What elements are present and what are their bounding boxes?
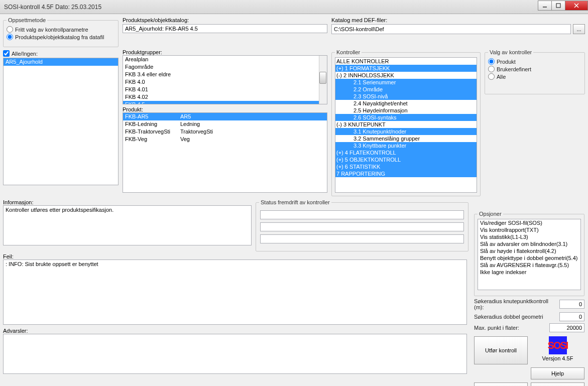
list-item[interactable]: 2.2 Område	[335, 86, 477, 93]
radio-valg-produkt[interactable]	[488, 58, 495, 65]
param2-input[interactable]	[559, 312, 584, 321]
versjon-label: Versjon 4.5F	[542, 355, 573, 361]
status-legend: Status fremdrift av kontroller	[259, 199, 331, 205]
list-item[interactable]: FKB 4.0	[123, 78, 327, 86]
hjelp-button[interactable]: Hjelp	[531, 367, 584, 379]
list-item[interactable]: 2.3 SOSI-nivå	[335, 93, 477, 100]
titlebar: SOSI-kontroll 4.5F Dato: 25.03.2015	[0, 0, 588, 14]
minimize-button[interactable]	[538, 1, 552, 11]
list-item[interactable]: 3.2 Sammenslåing grupper	[335, 135, 477, 142]
list-item[interactable]: 2.1 Serienummer	[335, 79, 477, 86]
alle-listbox[interactable]: AR5_Ajourhold	[3, 58, 119, 185]
valg-fieldset: Valg av kontroller Produkt Brukerdefiner…	[485, 49, 585, 94]
advarsler-label: Advarsler:	[3, 328, 467, 334]
list-item[interactable]: 2.5 Høydeinformasjon	[335, 107, 477, 114]
list-item[interactable]: Ikke lagre indekser	[478, 269, 580, 276]
list-item[interactable]: (+) 6 STATISTIKK	[335, 163, 477, 170]
list-item[interactable]: Vis kontrollrapport(TXT)	[478, 226, 580, 233]
list-item[interactable]: (+) 4 FLATEKONTROLL	[335, 149, 477, 156]
produktspek-input[interactable]	[123, 24, 327, 33]
feil-text: : INFO: Sist brukte oppsett er benyttet	[6, 261, 98, 267]
list-item[interactable]: Vis/rediger SOSI-fil(SOS)	[478, 219, 580, 226]
param1-label: Søkeradius knutepunktkontroll (m):	[474, 298, 557, 310]
list-item[interactable]: Slå av advarsler om blindnoder(3.1)	[478, 240, 580, 247]
list-item[interactable]: Vis statistikk(L1-L3)	[478, 233, 580, 240]
produkt-listbox[interactable]: FKB-AR5AR5FKB-LedningLedningFKB-Traktorv…	[123, 112, 327, 193]
list-item[interactable]: AR5_Ajourhold	[4, 58, 118, 66]
produkt-label: Produkt:	[123, 106, 327, 112]
oppsettmetode-legend: Oppsettmetode	[7, 17, 47, 23]
list-item[interactable]: (+) 5 OBJEKTKONTROLL	[335, 156, 477, 163]
sosi-logo-icon: SOSI	[549, 336, 567, 354]
list-item[interactable]: FKB 4.01	[123, 86, 327, 93]
radio-valg-alle-label: Alle	[497, 74, 506, 80]
list-item[interactable]: 2.4 Nøyaktighet/enhet	[335, 100, 477, 107]
list-item[interactable]: (-) 2 INNHOLDSSJEKK	[335, 72, 477, 79]
list-item[interactable]: 3.3 Knyttbare punkter	[335, 142, 477, 149]
alle-ingen-checkbox[interactable]	[3, 50, 10, 57]
list-item[interactable]: FKB 3.4 eller eldre	[123, 71, 327, 78]
radio-produktspek-label: Produktspek/objektkatalog fra datafil	[15, 34, 104, 40]
alle-ingen-label: Alle/Ingen:	[12, 51, 38, 57]
radio-valg-bruker[interactable]	[488, 66, 495, 72]
radio-valg-bruker-label: Brukerdefinert	[497, 66, 531, 72]
svg-rect-1	[556, 4, 560, 8]
close-button[interactable]	[565, 1, 588, 11]
produktgrupper-listbox[interactable]: ArealplanFagområdeFKB 3.4 eller eldreFKB…	[123, 55, 327, 104]
list-item[interactable]: FKB-TraktorvegStiTraktorvegSti	[123, 128, 327, 136]
list-item[interactable]: FKB 4.02	[123, 93, 327, 101]
informasjon-text: Kontroller utføres etter produktspesifik…	[6, 207, 113, 213]
list-item[interactable]: (-) 3 KNUTEPUNKT	[335, 121, 477, 128]
opsjoner-fieldset: Opsjoner Vis/rediger SOSI-fil(SOS)Vis ko…	[474, 211, 584, 296]
katalog-input[interactable]	[331, 24, 571, 34]
param1-input[interactable]	[559, 300, 584, 309]
produktspek-label: Produktspek/objektkatalog:	[123, 17, 327, 23]
radio-fritt-valg[interactable]	[7, 26, 13, 33]
feil-box: : INFO: Sist brukte oppsett er benyttet	[3, 260, 467, 325]
list-item[interactable]: Benytt objekttype i dobbel geometri(5.4)	[478, 254, 580, 262]
kontroller-legend: Kontroller	[335, 49, 362, 55]
list-item[interactable]: FKB-LedningLedning	[123, 120, 327, 128]
status-fieldset: Status fremdrift av kontroller	[256, 199, 468, 251]
list-item[interactable]: 3.1 Knutepunkt/noder	[335, 128, 477, 135]
informasjon-label: Informasjon:	[3, 199, 252, 205]
katalog-label: Katalog med DEF-filer:	[331, 17, 585, 23]
window-title: SOSI-kontroll 4.5F Dato: 25.03.2015	[4, 4, 101, 11]
param2-label: Søkeradius dobbel geometri	[474, 314, 557, 320]
feil-label: Feil:	[3, 253, 467, 260]
list-item[interactable]: Arealplan	[123, 56, 327, 63]
radio-fritt-valg-label: Fritt valg av kontrollparametre	[15, 27, 88, 33]
window-buttons	[538, 1, 588, 11]
radio-produktspek[interactable]	[7, 34, 13, 40]
advarsler-box	[3, 334, 467, 374]
avbryt-button[interactable]: Avbryt	[474, 382, 528, 386]
radio-valg-alle[interactable]	[488, 73, 495, 80]
list-item[interactable]: 7 RAPPORTERING	[335, 170, 477, 177]
maximize-button[interactable]	[551, 1, 565, 11]
list-item[interactable]: FKB-AR5AR5	[123, 113, 327, 120]
list-item[interactable]: (+) 1 FORMATSJEKK	[335, 65, 477, 72]
logo-cell: SOSI Versjon 4.5F	[531, 336, 584, 364]
list-item[interactable]: ALLE KONTROLLER	[335, 58, 477, 65]
list-item[interactable]: FKB 4.5	[123, 101, 327, 104]
progress-1	[260, 210, 464, 219]
kontroller-listbox[interactable]: ALLE KONTROLLER(+) 1 FORMATSJEKK(-) 2 IN…	[335, 57, 477, 193]
progress-3	[260, 234, 464, 243]
list-item[interactable]: Slå av høyde i flatekontroll(4.2)	[478, 247, 580, 254]
kontroller-fieldset: Kontroller ALLE KONTROLLER(+) 1 FORMATSJ…	[331, 49, 481, 196]
valg-legend: Valg av kontroller	[488, 49, 533, 55]
avslutt-button[interactable]: Avslutt	[531, 382, 584, 386]
param3-input[interactable]	[549, 323, 584, 332]
list-item[interactable]: FKB-VegVeg	[123, 136, 327, 143]
list-item[interactable]: Slå av AVGRENSER i flateavgr.(5.5)	[478, 262, 580, 269]
utfor-kontroll-button[interactable]: Utfør kontroll	[474, 336, 528, 364]
informasjon-box: Kontroller utføres etter produktspesifik…	[3, 205, 252, 245]
list-item[interactable]: Fagområde	[123, 63, 327, 71]
opsjoner-listbox[interactable]: Vis/rediger SOSI-fil(SOS)Vis kontrollrap…	[478, 219, 581, 290]
radio-valg-produkt-label: Produkt	[497, 59, 516, 65]
opsjoner-legend: Opsjoner	[478, 211, 503, 217]
param3-label: Max. punkt i flater:	[474, 325, 547, 331]
katalog-browse-button[interactable]: ...	[573, 24, 585, 34]
list-item[interactable]: 2.6 SOSI-syntaks	[335, 114, 477, 121]
scrollbar-thumb[interactable]	[319, 72, 326, 84]
